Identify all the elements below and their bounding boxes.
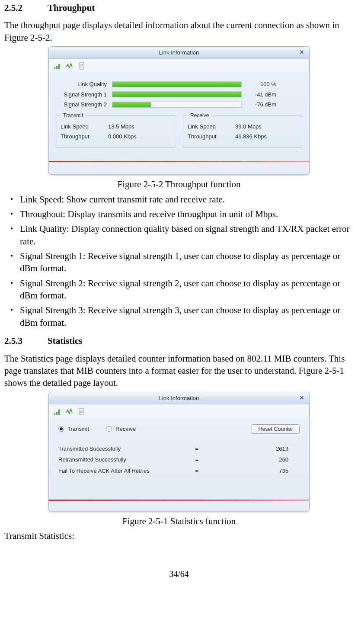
stat-value: 735 [205, 467, 300, 475]
figure-caption: Figure 2-5-2 Throughput function [4, 178, 354, 190]
stat-equals: = [188, 467, 205, 475]
figure-caption: Figure 2-5-1 Statistics function [4, 515, 354, 527]
kv-link-speed: Link Speed 13.5 Mbps [61, 123, 170, 131]
radio-label: Transmit [67, 425, 89, 433]
radio-icon [58, 426, 64, 432]
stats-controls: Transmit Receive Reset Counter [56, 421, 302, 442]
panel-body: Link Quality 100 % Signal Strength 1 -41… [49, 72, 309, 161]
kv-key: Throughput [188, 133, 235, 141]
list-item: Signal Strength 1: Receive signal streng… [4, 250, 354, 275]
kv-value: 46.836 Kbps [235, 133, 297, 141]
transmit-group: Transmit Link Speed 13.5 Mbps Throughput… [56, 115, 175, 148]
stat-row: Transmitted Successfully = 2613 [56, 445, 302, 453]
stat-label: Transmitted Successfully [58, 445, 188, 453]
signal-label: Signal Strength 2 [56, 101, 112, 109]
signal-icon[interactable] [53, 407, 62, 416]
reset-counter-button[interactable]: Reset Counter [252, 424, 300, 434]
signal-bar [112, 102, 242, 108]
activity-icon[interactable] [65, 407, 74, 416]
stat-value: 260 [205, 456, 300, 464]
signal-bar [112, 91, 242, 97]
list-item: Signal Strength 3: Receive signal streng… [4, 304, 354, 329]
signal-value: 100 % [242, 80, 276, 88]
panel-accent-line [49, 161, 309, 162]
signal-row-link-quality: Link Quality 100 % [56, 80, 302, 88]
section-number: 2.5.2 [4, 2, 48, 14]
signal-label: Signal Strength 1 [56, 91, 112, 99]
stat-value: 2613 [205, 445, 300, 453]
stat-label: Fail To Receive ACK After All Retries [58, 467, 188, 475]
section-heading-253: 2.5.3Statistics [4, 335, 354, 347]
list-item: Link Quality: Display connection quality… [4, 223, 354, 247]
bullet-list: Link Speed: Show current transmit rate a… [4, 193, 354, 329]
kv-value: 0.000 Kbps [108, 133, 170, 141]
link-info-panel: Link Information × Transmit R [48, 392, 310, 511]
kv-throughput: Throughput 46.836 Kbps [188, 133, 297, 141]
receive-group: Receive Link Speed 39.0 Mbps Throughput … [183, 115, 302, 148]
panel-title: Link Information [159, 49, 199, 56]
section-number: 2.5.3 [4, 335, 48, 347]
kv-key: Throughput [61, 133, 108, 141]
radio-label: Receive [115, 425, 136, 433]
list-item: Throughout: Display transmits and receiv… [4, 208, 354, 220]
signal-value: -76 dBm [242, 101, 276, 109]
kv-key: Link Speed [61, 123, 108, 131]
signal-value: -41 dBm [242, 91, 276, 99]
section-heading-252: 2.5.2Throughput [4, 2, 354, 14]
panel-toolbar [49, 404, 309, 417]
list-item: Link Speed: Show current transmit rate a… [4, 193, 354, 205]
group-legend: Transmit [61, 112, 86, 119]
link-info-panel: Link Information × Link Quality 100 % Si… [48, 46, 310, 174]
panel-accent-line [49, 500, 309, 501]
signal-label: Link Quality [56, 80, 112, 88]
signal-icon[interactable] [53, 62, 62, 70]
radio-receive[interactable]: Receive [106, 425, 136, 433]
stat-equals: = [188, 445, 205, 453]
group-legend: Receive [188, 112, 211, 119]
stat-row: Retransmitted Successfully = 260 [56, 456, 302, 464]
page-number: 34/64 [4, 568, 354, 580]
stat-label: Retransmitted Successfully [58, 456, 188, 464]
signal-row-strength-2: Signal Strength 2 -76 dBm [56, 101, 302, 109]
signal-bar [112, 81, 242, 87]
activity-icon[interactable] [65, 62, 74, 70]
radio-icon [106, 426, 112, 432]
signal-row-strength-1: Signal Strength 1 -41 dBm [56, 91, 302, 99]
radio-transmit[interactable]: Transmit [58, 425, 89, 433]
kv-value: 39.0 Mbps [235, 123, 297, 131]
panel-titlebar: Link Information × [49, 392, 309, 404]
document-icon[interactable] [77, 62, 86, 70]
stat-equals: = [188, 456, 205, 464]
section-title: Statistics [48, 336, 83, 346]
figure-throughput: Link Information × Link Quality 100 % Si… [4, 46, 354, 177]
group-row: Transmit Link Speed 13.5 Mbps Throughput… [56, 115, 302, 148]
kv-throughput: Throughput 0.000 Kbps [61, 133, 170, 141]
kv-link-speed: Link Speed 39.0 Mbps [188, 123, 297, 131]
paragraph: Transmit Statistics: [4, 530, 354, 542]
panel-title: Link Information [159, 395, 199, 401]
document-icon[interactable] [77, 407, 86, 416]
panel-toolbar [49, 59, 309, 72]
paragraph: The Statistics page displays detailed co… [4, 352, 354, 389]
figure-statistics: Link Information × Transmit R [4, 392, 354, 514]
section-title: Throughput [48, 3, 95, 13]
paragraph: The throughput page displays detailed in… [4, 19, 354, 44]
list-item: Signal Strength 2: Receive signal streng… [4, 277, 354, 302]
close-icon[interactable]: × [298, 48, 306, 56]
close-icon[interactable]: × [298, 394, 306, 402]
stat-row: Fail To Receive ACK After All Retries = … [56, 467, 302, 475]
panel-body: Transmit Receive Reset Counter Transmitt… [49, 417, 309, 500]
kv-value: 13.5 Mbps [108, 123, 170, 131]
kv-key: Link Speed [188, 123, 235, 131]
panel-titlebar: Link Information × [49, 47, 309, 59]
